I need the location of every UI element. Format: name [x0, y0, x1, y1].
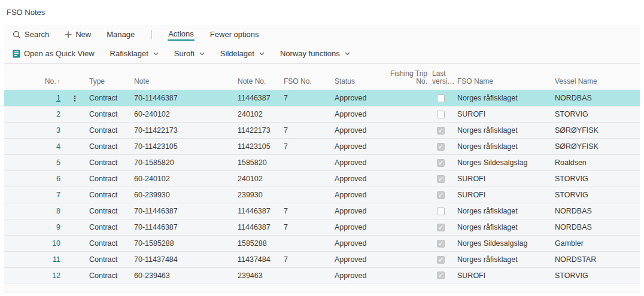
- cell-vessel_name: NORDSTAR: [555, 255, 639, 264]
- cell-last_version: [432, 94, 457, 102]
- menu-norway-functions[interactable]: Norway functions: [280, 49, 350, 58]
- cell-type: Contract: [89, 255, 134, 264]
- menu-sildelaget[interactable]: Sildelaget: [220, 49, 265, 58]
- table-row[interactable]: 6Contract60-240102240102ApprovedSUROFIST…: [4, 170, 640, 187]
- chevron-down-icon: [153, 52, 159, 56]
- row-number-link[interactable]: 2: [56, 110, 60, 118]
- table-row[interactable]: 2Contract60-240102240102ApprovedSUROFIST…: [4, 106, 640, 122]
- cell-last_version: [432, 175, 457, 183]
- cell-type: Contract: [89, 142, 134, 151]
- cell-fso_name: Norges Sildesalgslag: [457, 239, 555, 248]
- last-version-checkbox[interactable]: [437, 159, 445, 167]
- row-number-link[interactable]: 12: [52, 271, 60, 280]
- fewer-options-button[interactable]: Fewer options: [210, 30, 259, 39]
- new-button[interactable]: New: [65, 30, 91, 39]
- row-ellipsis-menu-icon[interactable]: ⋮: [71, 94, 79, 103]
- last-version-checkbox[interactable]: [437, 175, 445, 183]
- column-header-fso_name[interactable]: FSO Name: [457, 78, 555, 90]
- last-version-checkbox[interactable]: [437, 240, 445, 248]
- table-row[interactable]: 10Contract70-15852881585288ApprovedNorge…: [4, 235, 640, 251]
- cell-no: 9: [35, 223, 65, 231]
- last-version-checkbox[interactable]: [437, 256, 445, 264]
- column-header-fishing_trip_no[interactable]: Fishing Trip No.: [381, 70, 432, 90]
- row-number-link[interactable]: 6: [56, 175, 60, 183]
- last-version-checkbox[interactable]: [437, 94, 445, 102]
- chevron-down-icon: [345, 52, 350, 56]
- cell-note: 70-11423105: [134, 142, 238, 151]
- menu-rafisklaget-label: Rafisklaget: [110, 49, 148, 58]
- table-row[interactable]: 11Contract70-11437484114374847ApprovedNo…: [4, 251, 640, 267]
- column-header-last_version[interactable]: Last versi…: [432, 70, 457, 90]
- cell-status: Approved: [335, 142, 381, 151]
- column-header-sel[interactable]: [4, 86, 35, 90]
- row-number-link[interactable]: 4: [56, 142, 60, 151]
- table-row[interactable]: 8Contract70-11446387114463877ApprovedNor…: [4, 203, 640, 219]
- search-label: Search: [25, 30, 49, 39]
- table-row[interactable]: 1⋮Contract70-11446387114463877ApprovedNo…: [4, 90, 640, 106]
- action-toolbar: Search New Manage Actions Fewer options: [4, 25, 640, 44]
- table-row[interactable]: 4Contract70-11423105114231057ApprovedNor…: [4, 138, 640, 154]
- row-number-link[interactable]: 1: [56, 94, 60, 102]
- cell-no: 8: [35, 207, 65, 215]
- cell-no: 3: [35, 126, 65, 135]
- cell-type: Contract: [89, 158, 134, 167]
- last-version-checkbox[interactable]: [437, 271, 445, 279]
- cell-note_no: 240102: [238, 110, 284, 118]
- cell-vessel_name: STORVIG: [555, 110, 639, 118]
- manage-button[interactable]: Manage: [107, 30, 135, 39]
- cell-note: 70-11446387: [134, 94, 238, 102]
- cell-type: Contract: [89, 110, 134, 118]
- table-row[interactable]: 7Contract60-239930239930ApprovedSUROFIST…: [4, 187, 640, 203]
- menu-sildelaget-label: Sildelaget: [220, 49, 254, 58]
- fso-notes-table: No.↑TypeNoteNote No.FSO No.StatusFishing…: [4, 64, 640, 283]
- column-header-no[interactable]: No.↑: [35, 78, 65, 90]
- cell-note: 70-11446387: [134, 223, 238, 231]
- cell-no: 11: [35, 255, 65, 264]
- table-row[interactable]: 5Contract70-15858201585820ApprovedNorges…: [4, 154, 640, 170]
- cell-note_no: 239930: [238, 191, 284, 199]
- row-number-link[interactable]: 10: [52, 239, 60, 248]
- cell-fso_name: SUROFI: [457, 191, 555, 199]
- menu-surofi-label: Surofi: [174, 49, 195, 58]
- cell-last_version: [432, 143, 457, 151]
- row-number-link[interactable]: 3: [56, 126, 60, 135]
- last-version-checkbox[interactable]: [437, 111, 445, 118]
- table-row[interactable]: 9Contract70-11446387114463877ApprovedNor…: [4, 219, 640, 235]
- cell-vessel_name: SØRØYFISK: [555, 126, 639, 135]
- cell-vessel_name: NORDBAS: [555, 223, 639, 231]
- column-header-status[interactable]: Status: [335, 78, 381, 90]
- column-header-vessel_name[interactable]: Vessel Name: [555, 78, 639, 90]
- table-row[interactable]: 12Contract60-239463239463ApprovedSUROFIS…: [4, 267, 640, 283]
- cell-note_no: 11423105: [238, 142, 284, 151]
- last-version-checkbox[interactable]: [437, 191, 445, 199]
- column-header-menu[interactable]: [65, 86, 89, 90]
- cell-fso_no: 7: [284, 142, 335, 151]
- row-number-link[interactable]: 5: [56, 158, 60, 167]
- search-button[interactable]: Search: [13, 30, 49, 39]
- menu-rafisklaget[interactable]: Rafisklaget: [110, 49, 159, 58]
- row-number-link[interactable]: 8: [56, 207, 60, 215]
- column-header-fso_no[interactable]: FSO No.: [284, 78, 335, 90]
- table-row[interactable]: 3Contract70-11422173114221737ApprovedNor…: [4, 122, 640, 138]
- cell-status: Approved: [335, 158, 381, 167]
- actions-menu-button[interactable]: Actions: [168, 29, 195, 41]
- column-header-note_no[interactable]: Note No.: [238, 78, 284, 90]
- row-number-link[interactable]: 7: [56, 191, 60, 199]
- cell-note: 60-239930: [134, 191, 238, 199]
- row-number-link[interactable]: 9: [56, 223, 60, 231]
- row-number-link[interactable]: 11: [53, 255, 60, 264]
- cell-last_version: [432, 240, 457, 248]
- last-version-checkbox[interactable]: [437, 143, 445, 151]
- last-version-checkbox[interactable]: [437, 207, 445, 215]
- last-version-checkbox[interactable]: [437, 127, 445, 135]
- column-header-note[interactable]: Note: [134, 78, 238, 90]
- cell-fso_no: 7: [284, 223, 335, 231]
- cell-note: 70-1585820: [134, 158, 238, 167]
- column-header-type[interactable]: Type: [89, 78, 134, 90]
- open-quick-view-button[interactable]: Open as Quick View: [13, 49, 95, 58]
- table-header-row: No.↑TypeNoteNote No.FSO No.StatusFishing…: [4, 64, 640, 90]
- menu-surofi[interactable]: Surofi: [174, 49, 205, 58]
- cell-last_version: [432, 271, 457, 279]
- last-version-checkbox[interactable]: [437, 224, 445, 231]
- new-label: New: [75, 30, 91, 39]
